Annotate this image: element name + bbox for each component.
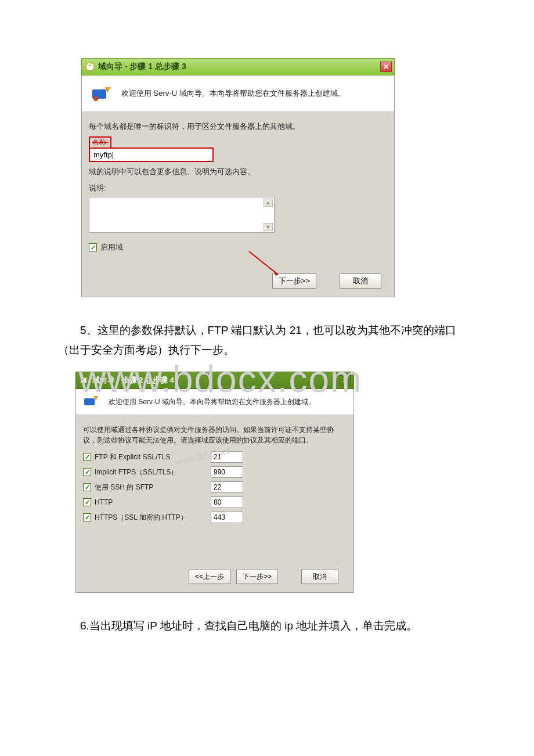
- instruction-text-2: 域的说明中可以包含更多信息。说明为可选内容。: [89, 167, 387, 177]
- close-button[interactable]: ✕: [380, 62, 392, 72]
- check-icon: ✓: [85, 499, 90, 506]
- protocol-row: ✓ Implicit FTPS（SSL/TLS）: [83, 466, 347, 478]
- protocol-row: ✓ HTTP: [83, 496, 347, 508]
- name-input[interactable]: [90, 149, 212, 161]
- check-icon: ✓: [85, 454, 90, 460]
- cancel-button[interactable]: 取消: [340, 273, 381, 289]
- protocol-checkbox[interactable]: ✓: [83, 453, 91, 461]
- enable-domain-row: ✓ 启用域: [89, 242, 387, 253]
- next-button[interactable]: 下一步>>: [272, 273, 316, 289]
- protocol-label: HTTPS（SSL 加密的 HTTP）: [95, 513, 187, 523]
- button-row: <<上一步 下一步>> 取消: [83, 570, 347, 584]
- name-label: 名称:: [89, 136, 111, 149]
- protocol-list: ✓ FTP 和 Explicit SSL/TLS ✓ Implicit FTPS…: [83, 451, 347, 523]
- cancel-button[interactable]: 取消: [301, 570, 338, 584]
- banner-text: 欢迎使用 Serv-U 域向导。本向导将帮助您在文件服务器上创建域。: [121, 88, 345, 99]
- check-icon: ✓: [85, 514, 90, 521]
- dialog-body: www.jb51.net 可以使用域通过各种协议提供对文件服务器的访问。如果当前…: [75, 415, 354, 593]
- svg-rect-5: [81, 378, 86, 383]
- dialog-body: 每个域名都是唯一的标识符，用于区分文件服务器上的其他域。 名称: 域的说明中可以…: [81, 111, 395, 297]
- scroll-down-icon: ▼: [264, 223, 273, 231]
- description-textarea[interactable]: ▲ ▼: [89, 197, 275, 233]
- next-button[interactable]: 下一步>>: [236, 570, 278, 584]
- button-row: 下一步>> 取消: [89, 273, 387, 289]
- port-input[interactable]: [211, 512, 243, 523]
- check-icon: ✓: [85, 469, 90, 476]
- protocol-row: ✓ 使用 SSH 的 SFTP: [83, 481, 347, 493]
- close-button[interactable]: ✕: [340, 375, 351, 386]
- protocol-checkbox[interactable]: ✓: [83, 513, 91, 521]
- protocol-row: ✓ HTTPS（SSL 加密的 HTTP）: [83, 512, 347, 523]
- prev-button[interactable]: <<上一步: [189, 570, 230, 584]
- protocol-row: ✓ FTP 和 Explicit SSL/TLS: [83, 451, 347, 463]
- protocol-checkbox[interactable]: ✓: [83, 483, 91, 491]
- desc-label: 说明:: [89, 183, 387, 193]
- port-input[interactable]: [211, 481, 243, 493]
- port-input[interactable]: [211, 451, 243, 463]
- titlebar: 域向导 - 步骤 2 总步骤 4 ✕: [75, 372, 354, 389]
- svg-rect-6: [84, 398, 95, 405]
- protocol-label: 使用 SSH 的 SFTP: [95, 483, 153, 492]
- svg-point-2: [93, 96, 98, 101]
- enable-domain-checkbox[interactable]: ✓: [89, 243, 97, 251]
- protocol-checkbox[interactable]: ✓: [83, 498, 91, 506]
- protocol-instruction: 可以使用域通过各种协议提供对文件服务器的访问。如果当前许可证不支持某些协议，则这…: [83, 424, 347, 445]
- check-icon: ✓: [91, 244, 96, 251]
- wizard-icon: [80, 376, 89, 385]
- step6-text: 6.当出现填写 iP 地址时，查找自己电脑的 ip 地址并填入，单击完成。: [58, 616, 476, 636]
- enable-domain-label: 启用域: [100, 242, 123, 253]
- dialog-title: 域向导 - 步骤 1 总步骤 3: [98, 62, 186, 72]
- step5-text: 5、这里的参数保持默认，FTP 端口默认为 21，也可以改为其他不冲突的端口（出…: [58, 321, 476, 360]
- scroll-up-icon: ▲: [264, 199, 273, 207]
- svg-line-3: [249, 251, 278, 275]
- banner: 欢迎使用 Serv-U 域向导。本向导将帮助您在文件服务器上创建域。: [81, 75, 395, 111]
- port-input[interactable]: [211, 496, 243, 508]
- banner-wizard-icon: [90, 85, 113, 102]
- protocol-label: Implicit FTPS（SSL/TLS）: [95, 467, 178, 477]
- protocol-label: FTP 和 Explicit SSL/TLS: [95, 452, 170, 462]
- page-root: 域向导 - 步骤 1 总步骤 3 ✕ 欢迎使用 Serv-U 域向导。本向导将帮…: [0, 58, 534, 636]
- name-input-highlight: [89, 147, 214, 162]
- close-icon: ✕: [383, 63, 389, 71]
- titlebar: 域向导 - 步骤 1 总步骤 3 ✕: [81, 58, 395, 75]
- banner-wizard-icon: [83, 395, 100, 409]
- port-input[interactable]: [211, 466, 243, 478]
- dialog-step2: www.bdocx.com 域向导 - 步骤 2 总步骤 4 ✕ 欢迎使用 Se…: [75, 372, 354, 593]
- dialog-title: 域向导 - 步骤 2 总步骤 4: [92, 375, 174, 386]
- close-icon: ✕: [342, 376, 348, 384]
- protocol-label: HTTP: [95, 498, 113, 506]
- dialog-step1: 域向导 - 步骤 1 总步骤 3 ✕ 欢迎使用 Serv-U 域向导。本向导将帮…: [81, 58, 395, 297]
- banner-text: 欢迎使用 Serv-U 域向导。本向导将帮助您在文件服务器上创建域。: [109, 397, 315, 407]
- wizard-icon: [85, 62, 95, 71]
- protocol-checkbox[interactable]: ✓: [83, 468, 91, 476]
- instruction-text: 每个域名都是唯一的标识符，用于区分文件服务器上的其他域。: [89, 121, 387, 132]
- check-icon: ✓: [85, 484, 90, 491]
- banner: 欢迎使用 Serv-U 域向导。本向导将帮助您在文件服务器上创建域。: [75, 389, 354, 415]
